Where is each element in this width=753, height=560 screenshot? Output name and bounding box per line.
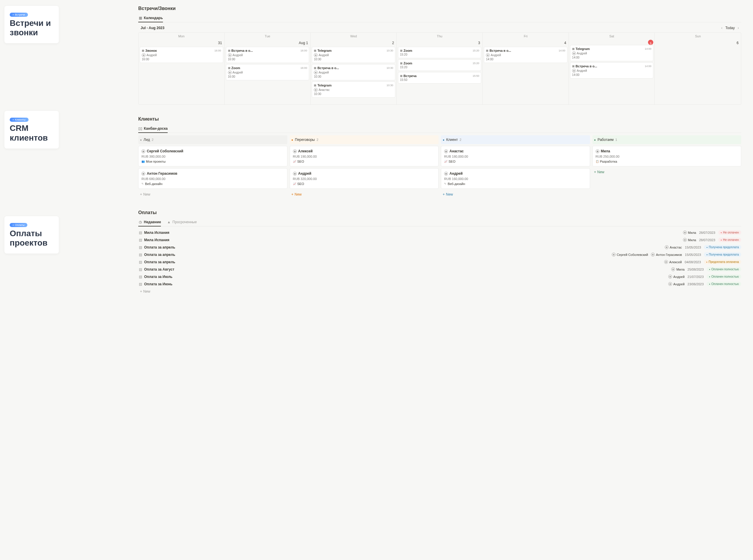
add-card-button[interactable]: +New <box>138 191 288 198</box>
payment-row[interactable]: ▤Оплата за ИюльАндрей21/07/2023Оплачен п… <box>138 273 741 280</box>
tab-calendar[interactable]: ▦Календарь <box>138 14 163 22</box>
tag-icon: 📋 <box>596 160 599 163</box>
tag-icon: 📈 <box>444 160 448 163</box>
sidebar-card-2[interactable]: ОплатыОплаты проектов <box>4 216 59 254</box>
next-button[interactable]: › <box>738 26 739 30</box>
calendar-date: 2 <box>312 40 395 47</box>
payment-title: Оплата за Июль <box>144 275 172 279</box>
event-time-top: 14:00 <box>645 47 652 50</box>
sidebar-title: CRM клиентов <box>10 123 54 142</box>
card-tag: 📈SEO <box>293 182 436 185</box>
tab-kanban[interactable]: ▯▯Канбан-доска <box>138 125 168 133</box>
kanban-card[interactable]: АндрейRUB 160,000.00✎Веб-дизайн <box>441 168 590 189</box>
clients-tabs: ▯▯Канбан-доска <box>138 125 741 133</box>
payment-row[interactable]: ▤Мила ИспанияМила28/07/2023Не оплачен <box>138 236 741 243</box>
event-time: 10:30 <box>314 92 393 96</box>
payment-row[interactable]: ▤Оплата за ИюньАндрей23/06/2023Оплачен п… <box>138 280 741 288</box>
calendar-event[interactable]: ▣Встреча15:5015:50 <box>398 72 481 83</box>
pill-label: Встречи <box>10 13 28 17</box>
plus-icon: + <box>594 170 596 174</box>
kanban-card[interactable]: АндрейRUB 320,000.00📈SEO <box>290 168 439 189</box>
calendar-date: 31 <box>140 40 223 47</box>
calendar-event[interactable]: ▣Telegram10:30Андрей10:30 <box>312 47 395 63</box>
event-time: 15:20 <box>400 65 479 69</box>
calendar-event[interactable]: ▣Встреча в о...14:00Андрей14:00 <box>570 62 654 79</box>
status-badge: Оплачен полностью <box>707 282 741 286</box>
event-time-top: 16:00 <box>301 49 308 52</box>
status-badge: Получена предоплата <box>704 245 741 249</box>
day-head: Thu <box>397 33 483 40</box>
calendar-event[interactable]: ▣Zoom15:2015:20 <box>398 47 481 58</box>
kanban-col-head: ●Работаем1 <box>592 135 741 144</box>
event-person: Анастас <box>314 88 393 92</box>
event-title: Telegram <box>576 47 590 51</box>
calendar-event[interactable]: ▣Встреча в о...16:00Андрей16:00 <box>226 47 310 63</box>
sidebar: ВстречиВстречи и звонкиКлиентыCRM клиент… <box>0 0 59 560</box>
calendar-date: Aug 1 <box>226 40 310 47</box>
event-time-top: 15:20 <box>473 62 479 65</box>
tab-Просроченные[interactable]: ▲Просроченные <box>167 218 197 226</box>
tab-label: Просроченные <box>172 220 197 224</box>
calendar-event[interactable]: ▣Telegram10:30Анастас10:30 <box>312 81 395 98</box>
payment-row[interactable]: ▤Оплата за апрельАнастас15/05/2023Получе… <box>138 243 741 251</box>
event-person: Андрей <box>486 53 565 57</box>
tab-Недавние[interactable]: ◷Недавние <box>138 218 161 226</box>
payment-row[interactable]: ▤Оплата за апрельСергей СоболевскийАнтон… <box>138 251 741 258</box>
calendar-event[interactable]: ▣Zoom16:00Андрей16:00 <box>226 64 310 80</box>
status-dot-icon: ● <box>140 138 142 141</box>
payment-row[interactable]: ▤Оплата за апрельАлексей04/08/2023Предоп… <box>138 258 741 265</box>
calendar-icon: ▦ <box>138 16 142 20</box>
kanban-card[interactable]: Сергей СоболевскийRUB 380,000.00👥Мои про… <box>138 146 288 166</box>
tag-icon: ✎ <box>141 182 144 185</box>
sidebar-card-1[interactable]: КлиентыCRM клиентов <box>4 111 59 148</box>
add-card-button[interactable]: +New <box>290 191 439 198</box>
person-icon <box>293 172 297 176</box>
add-payment-button[interactable]: +New <box>138 288 741 295</box>
payment-row[interactable]: ▤Мила ИспанияМила28/07/2023Не оплачен <box>138 229 741 236</box>
calendar-event[interactable]: ▣Telegram14:00Андрей14:00 <box>570 45 654 61</box>
plus-icon: + <box>443 192 445 197</box>
event-time-top: 14:00 <box>645 65 652 68</box>
day-head: Fri <box>483 33 569 40</box>
tab-kanban-label: Канбан-доска <box>144 126 168 131</box>
card-tag: ✎Веб-дизайн <box>141 182 284 185</box>
day-head: Sun <box>655 33 741 40</box>
person-icon <box>486 53 490 57</box>
payment-person: Мила <box>683 238 696 242</box>
calendar-nav: ‹ Today › <box>721 26 739 30</box>
prev-button[interactable]: ‹ <box>721 26 722 30</box>
event-time-top: 15:20 <box>473 49 479 52</box>
event-title: Telegram <box>317 49 332 52</box>
add-card-button[interactable]: +New <box>592 168 741 176</box>
sidebar-title: Встречи и звонки <box>10 19 54 37</box>
kanban-label: Переговоры <box>295 138 315 142</box>
event-title: Zoom <box>403 61 412 65</box>
kanban-card[interactable]: Антон ГерасимовRUB 680,000.00✎Веб-дизайн <box>138 168 288 189</box>
card-tag: ✎Веб-дизайн <box>444 182 587 185</box>
event-icon: ▣ <box>400 49 403 52</box>
calendar-event[interactable]: ▣Звонок16:00Андрей16:00 <box>140 47 223 63</box>
add-card-button[interactable]: +New <box>441 191 590 198</box>
event-time: 14:00 <box>572 73 652 77</box>
day-head: Tue <box>225 33 311 40</box>
payment-person: Алексей <box>664 260 682 264</box>
kanban-count: 2 <box>152 138 154 141</box>
kanban-column: ●Переговоры2АлексейRUB 190,000.00📈SEOАнд… <box>290 135 439 198</box>
event-icon: ▣ <box>314 49 317 52</box>
calendar-event[interactable]: ▣Встреча в о...14:00Андрей14:00 <box>484 47 568 63</box>
kanban-card[interactable]: МилаRUB 250,000.00📋Разработка <box>592 146 741 166</box>
kanban-card[interactable]: АлексейRUB 190,000.00📈SEO <box>290 146 439 166</box>
tag-icon: 📈 <box>293 160 296 163</box>
day-head: Mon <box>139 33 225 40</box>
pill-label: Оплаты <box>10 223 27 227</box>
kanban-card[interactable]: АнастасRUB 180,000.00📈SEO <box>441 146 590 166</box>
calendar-column: Aug 1▣Встреча в о...16:00Андрей16:00▣Zoo… <box>225 40 311 104</box>
kanban-board: ●Лид2Сергей СоболевскийRUB 380,000.00👥Мо… <box>138 135 741 198</box>
today-button[interactable]: Today <box>725 26 735 30</box>
sidebar-card-0[interactable]: ВстречиВстречи и звонки <box>4 6 59 43</box>
payment-person: Анастас <box>665 245 682 249</box>
payment-row[interactable]: ▤Оплата за АвгустМила25/08/2023Оплачен п… <box>138 265 741 273</box>
calendar-event[interactable]: ▣Встреча в о...10:30Андрей10:30 <box>312 64 395 80</box>
calendar-event[interactable]: ▣Zoom15:2015:20 <box>398 59 481 71</box>
person-icon <box>314 71 318 75</box>
